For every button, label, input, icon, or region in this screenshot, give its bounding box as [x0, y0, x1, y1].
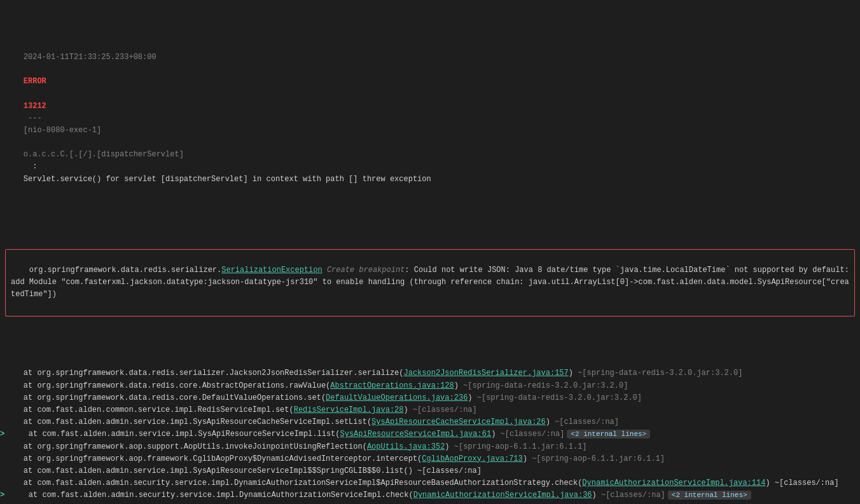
arrow-indicator: >: [0, 489, 4, 501]
log-container: 2024-01-11T21:33:25.233+08:00 ERROR 1321…: [0, 0, 860, 504]
jar-info-5: ) ~[classes/:na]: [491, 430, 564, 439]
stack-line-11: at org.springframework.aop.support.AopUt…: [0, 502, 860, 505]
jar-info-3: ) ~[classes/:na]: [404, 405, 477, 414]
stack-line-9: at com.fast.alden.admin.security.service…: [0, 477, 860, 489]
stack-line-3: at com.fast.alden.common.service.impl.Re…: [0, 404, 860, 416]
error-code: 13212: [24, 102, 46, 111]
at-text: at org.springframework.data.redis.core.D…: [5, 393, 326, 402]
jar-info-7: ) ~[spring-aop-6.1.1.jar:6.1.1]: [523, 454, 665, 463]
arrow-indicator: >: [0, 428, 4, 440]
colon: :: [24, 162, 42, 171]
separator: ---: [24, 114, 46, 123]
log-header-line: 2024-01-11T21:33:25.233+08:00 ERROR 1321…: [0, 39, 860, 198]
jar-info-2: ) ~[spring-data-redis-3.2.0.jar:3.2.0]: [468, 393, 642, 402]
thread-info: [nio-8080-exec-1]: [24, 126, 101, 135]
error-box: org.springframework.data.redis.serialize…: [5, 249, 855, 317]
file-link-7[interactable]: CglibAopProxy.java:713: [422, 454, 522, 463]
stack-line-2: at org.springframework.data.redis.core.D…: [0, 392, 860, 404]
stack-trace: at org.springframework.data.redis.serial…: [0, 367, 860, 504]
at-text: at com.fast.alden.admin.service.impl.Sys…: [5, 418, 371, 426]
jar-info-4: ) ~[classes/:na]: [546, 418, 619, 426]
stack-line-10: > at com.fast.alden.admin.security.servi…: [0, 489, 860, 501]
file-link[interactable]: DynamicAuthorizationServiceImpl.java:114: [582, 479, 765, 487]
logger-name: o.a.c.c.C.[.[/].[dispatcherServlet]: [24, 150, 184, 159]
at-text: at org.springframework.aop.support.AopUt…: [5, 442, 367, 451]
header-message: Servlet.service() for servlet [dispatche…: [24, 175, 431, 184]
stack-line-4: at com.fast.alden.admin.service.impl.Sys…: [0, 416, 860, 428]
jar-info-0: ) ~[spring-data-redis-3.2.0.jar:3.2.0]: [569, 369, 743, 378]
file-link-2[interactable]: DefaultValueOperations.java:236: [326, 393, 468, 402]
stack-line-5: > at com.fast.alden.admin.service.impl.S…: [0, 428, 860, 440]
file-link-6[interactable]: AopUtils.java:352: [367, 442, 445, 451]
stack-line-6: at org.springframework.aop.support.AopUt…: [0, 441, 860, 453]
at-text: at org.springframework.data.redis.core.A…: [5, 381, 330, 390]
at-text: at com.fast.alden.admin.security.service…: [10, 491, 413, 500]
stack-line-7: at org.springframework.aop.framework.Cgl…: [0, 453, 860, 465]
jar-info-10: ) ~[classes/:na]: [592, 491, 665, 500]
exception-link[interactable]: SerializationException: [221, 266, 322, 275]
stack-line-8: at com.fast.alden.admin.service.impl.Sys…: [0, 465, 860, 477]
file-link-5[interactable]: SysApiResourceServiceImpl.java:61: [340, 430, 491, 439]
file-link-3[interactable]: RedisServiceImpl.java:28: [294, 405, 404, 414]
at-text: at com.fast.alden.admin.security.service…: [5, 479, 839, 487]
file-link-0[interactable]: Jackson2JsonRedisSerializer.java:157: [404, 369, 569, 378]
stack-line-0: at org.springframework.data.redis.serial…: [0, 367, 860, 379]
error-level: ERROR: [24, 77, 46, 86]
file-link-1[interactable]: AbstractOperations.java:128: [330, 381, 454, 390]
at-text: at com.fast.alden.admin.service.impl.Sys…: [10, 430, 340, 439]
timestamp: 2024-01-11T21:33:25.233+08:00: [24, 53, 156, 62]
file-link-10[interactable]: DynamicAuthorizationServiceImpl.java:36: [413, 491, 592, 500]
internal-lines-badge-10[interactable]: <2 internal lines>: [668, 491, 751, 500]
error-prefix: org.springframework.data.redis.serialize…: [29, 266, 221, 275]
jar-info-6: ) ~[spring-aop-6.1.1.jar:6.1.1]: [445, 442, 586, 451]
jar-info-1: ) ~[spring-data-redis-3.2.0.jar:3.2.0]: [454, 381, 628, 390]
at-text: at org.springframework.data.redis.serial…: [5, 369, 404, 378]
create-breakpoint[interactable]: Create breakpoint: [322, 266, 405, 275]
at-text: at org.springframework.aop.framework.Cgl…: [5, 454, 422, 463]
stack-line-1: at org.springframework.data.redis.core.A…: [0, 380, 860, 392]
file-link-4[interactable]: SysApiResourceCacheServiceImpl.java:26: [371, 418, 546, 426]
at-text: at com.fast.alden.common.service.impl.Re…: [5, 405, 294, 414]
internal-lines-badge-5[interactable]: <2 internal lines>: [567, 430, 650, 439]
at-text: at com.fast.alden.admin.service.impl.Sys…: [5, 467, 482, 475]
